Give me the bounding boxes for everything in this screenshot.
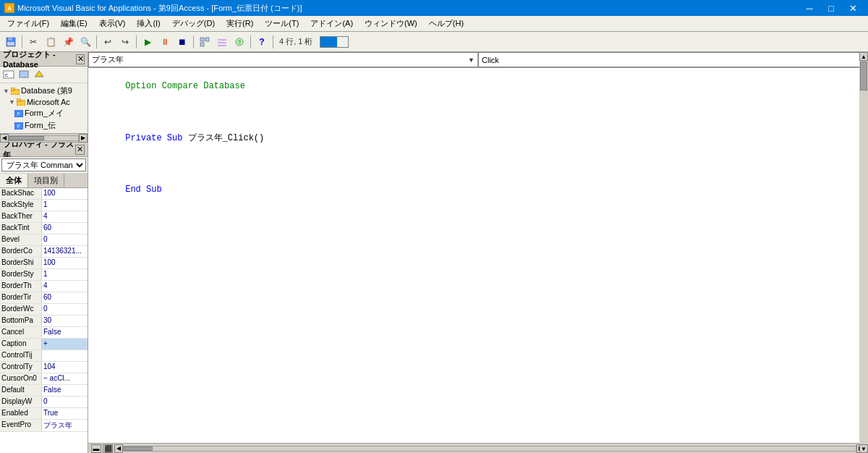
prop-row-borderwc: BorderWc 0 [0, 304, 88, 316]
toolbar-help-btn[interactable]: ? [254, 34, 270, 50]
close-button[interactable]: ✕ [842, 0, 864, 16]
toolbar-redo-btn[interactable]: ↪ [117, 34, 133, 50]
editor-panel: プラス年 ▼ Click ▼ Option Compare Database P… [88, 52, 868, 453]
properties-close-button[interactable]: ✕ [75, 145, 85, 155]
toolbar-sep-4 [193, 35, 194, 48]
tree-microsoftac[interactable]: ▼ Microsoft Ac [0, 97, 88, 107]
hscroll-track [123, 446, 856, 452]
code-keyword-end: End Sub [125, 185, 161, 195]
vscroll-up-btn[interactable]: ▲ [859, 52, 868, 61]
prop-val-default: False [42, 385, 88, 396]
menu-addin[interactable]: アドイン(A) [305, 17, 359, 30]
prop-row-displayw: DisplayW 0 [0, 397, 88, 408]
props-tab-category[interactable]: 項目別 [28, 174, 64, 187]
prop-key-bordertir: BorderTir [0, 292, 42, 303]
code-area[interactable]: Option Compare Database Private Sub プラス年… [88, 68, 859, 443]
full-view-btn[interactable]: ⬛ [103, 444, 113, 453]
toolbar-projectexplorer-btn[interactable] [197, 34, 213, 50]
main-layout: プロジェクト - Database ✕ c ▼ Databas [0, 52, 868, 453]
prop-key-default: Default [0, 385, 42, 396]
title-bar: A Microsoft Visual Basic for Application… [0, 0, 868, 16]
prop-row-eventpro: EventPro プラス年 [0, 420, 88, 432]
prop-val-controlty: 104 [42, 362, 88, 373]
tree-form-main-label: Form_メイ [25, 108, 64, 119]
svg-rect-7 [200, 43, 204, 46]
menu-window[interactable]: ウィンドウ(W) [359, 17, 423, 30]
toolbar-find-btn[interactable]: 🔍 [77, 34, 93, 50]
title-text: Microsoft Visual Basic for Applications … [17, 3, 302, 14]
prop-key-backther: BackTher [0, 211, 42, 222]
left-panel: プロジェクト - Database ✕ c ▼ Databas [0, 52, 88, 453]
project-scroll-right[interactable]: ▶ [79, 134, 88, 143]
hscroll-thumb[interactable] [124, 446, 153, 451]
editor-vscrollbar: ▲ ▼ [859, 52, 868, 453]
toolbar-sep-6 [273, 35, 273, 48]
toolbar-objectbrowser-btn[interactable]: ? [231, 34, 247, 50]
props-tab-all[interactable]: 全体 [0, 174, 28, 187]
project-toggle-folders-btn[interactable] [32, 68, 46, 81]
menu-run[interactable]: 実行(R) [221, 17, 259, 30]
svg-text:?: ? [238, 40, 241, 45]
toolbar-run-btn[interactable]: ▶ [140, 34, 156, 50]
svg-rect-4 [7, 42, 14, 46]
vscroll-track [859, 61, 868, 444]
prop-key-backtint: BackTint [0, 223, 42, 234]
prop-row-borderthr: BorderTh 4 [0, 281, 88, 292]
prop-row-backstyle: BackStyle 1 [0, 200, 88, 211]
split-view-btn[interactable]: ▬ [91, 444, 101, 453]
object-dropdown[interactable]: プラス年 ▼ [88, 52, 478, 67]
prop-row-backshac: BackShac 100 [0, 188, 88, 200]
prop-row-bordersty: BorderSty 1 [0, 269, 88, 281]
toolbar-save-btn[interactable] [3, 34, 19, 50]
menu-file[interactable]: ファイル(F) [1, 17, 55, 30]
project-view-code-btn[interactable]: c [1, 68, 16, 81]
prop-val-backtint: 60 [42, 223, 88, 234]
project-scroll-left[interactable]: ◀ [0, 134, 9, 143]
menu-view[interactable]: 表示(V) [93, 17, 132, 30]
prop-row-controlty: ControlTy 104 [0, 362, 88, 373]
toolbar-cut-btn[interactable]: ✂ [25, 34, 41, 50]
tree-root[interactable]: ▼ Database (第9 [0, 85, 88, 97]
toolbar-break-btn[interactable]: ⏸ [157, 34, 173, 50]
maximize-button[interactable]: □ [820, 0, 842, 16]
hscroll-left-btn[interactable]: ◀ [114, 444, 123, 453]
tree-form-denpyo[interactable]: F Form_伝 [0, 119, 88, 132]
toolbar-undo-btn[interactable]: ↩ [100, 34, 116, 50]
svg-text:F: F [17, 111, 20, 117]
project-close-button[interactable]: ✕ [76, 54, 85, 64]
menu-edit[interactable]: 編集(E) [55, 17, 93, 30]
svg-rect-8 [218, 39, 226, 41]
svg-rect-3 [8, 38, 12, 41]
code-sub-name: プラス年_Click() [188, 133, 265, 143]
project-view-object-btn[interactable] [17, 68, 31, 81]
prop-key-bordershi: BorderShi [0, 258, 42, 268]
minimize-button[interactable]: ─ [799, 0, 820, 16]
tree-microsoftac-label: Microsoft Ac [27, 98, 70, 106]
menu-debug[interactable]: デバッグ(D) [166, 17, 221, 30]
toolbar-copy-btn[interactable]: 📋 [43, 34, 59, 50]
tree-form-main[interactable]: F Form_メイ [0, 107, 88, 119]
menu-tools[interactable]: ツール(T) [259, 17, 305, 30]
procedure-dropdown[interactable]: Click ▼ [478, 52, 868, 67]
toolbar-properties-btn[interactable] [214, 34, 230, 50]
prop-key-displayw: DisplayW [0, 397, 42, 407]
properties-object-selector[interactable]: プラス年 CommandI... [1, 158, 86, 172]
code-line-1: Option Compare Database [125, 81, 245, 91]
toolbar-sep-1 [22, 35, 22, 48]
vscroll-thumb[interactable] [860, 62, 867, 90]
toolbar-paste-btn[interactable]: 📌 [60, 34, 76, 50]
prop-key-backstyle: BackStyle [0, 200, 42, 211]
svg-text:F: F [17, 124, 20, 129]
prop-val-controltij [42, 350, 88, 361]
toolbar-reset-btn[interactable]: ⏹ [174, 34, 190, 50]
vscroll-down-btn[interactable]: ▼ [859, 444, 868, 453]
svg-rect-9 [218, 42, 226, 43]
properties-tabs: 全体 項目別 [0, 174, 88, 188]
object-dropdown-arrow: ▼ [468, 56, 475, 64]
prop-row-bordertir: BorderTir 60 [0, 292, 88, 304]
prop-val-caption: + [42, 339, 88, 350]
project-panel: プロジェクト - Database ✕ c ▼ Databas [0, 52, 88, 143]
menu-insert[interactable]: 挿入(I) [131, 17, 166, 30]
prop-key-eventpro: EventPro [0, 420, 42, 431]
menu-help[interactable]: ヘルプ(H) [423, 17, 469, 30]
